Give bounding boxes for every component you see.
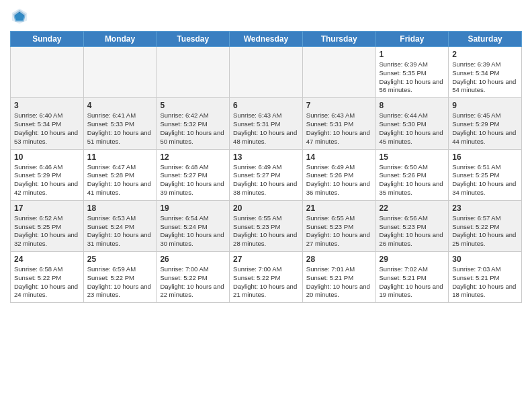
calendar-day-cell: 22Sunrise: 6:56 AM Sunset: 5:23 PM Dayli…	[375, 200, 449, 251]
day-info: Sunrise: 6:41 AM Sunset: 5:33 PM Dayligh…	[87, 111, 153, 146]
day-info: Sunrise: 6:55 AM Sunset: 5:23 PM Dayligh…	[306, 214, 372, 248]
day-number: 8	[380, 101, 445, 110]
day-info: Sunrise: 6:44 AM Sunset: 5:30 PM Dayligh…	[380, 111, 445, 146]
calendar-day-cell: 6Sunrise: 6:43 AM Sunset: 5:31 PM Daylig…	[230, 98, 303, 149]
day-number: 1	[380, 50, 445, 59]
calendar-day-cell: 30Sunrise: 7:03 AM Sunset: 5:21 PM Dayli…	[449, 252, 522, 303]
calendar-week-row: 17Sunrise: 6:52 AM Sunset: 5:25 PM Dayli…	[11, 200, 522, 251]
day-number: 5	[160, 101, 226, 110]
calendar-day-cell: 10Sunrise: 6:46 AM Sunset: 5:29 PM Dayli…	[11, 149, 84, 200]
day-info: Sunrise: 6:54 AM Sunset: 5:24 PM Dayligh…	[160, 214, 226, 248]
day-number: 14	[306, 152, 372, 162]
calendar-day-cell: 29Sunrise: 7:02 AM Sunset: 5:21 PM Dayli…	[375, 252, 449, 303]
day-number: 15	[380, 152, 445, 162]
calendar-day-cell: 25Sunrise: 6:59 AM Sunset: 5:22 PM Dayli…	[83, 252, 157, 303]
calendar-day-cell: 24Sunrise: 6:58 AM Sunset: 5:22 PM Dayli…	[11, 252, 84, 303]
calendar-day-cell: 13Sunrise: 6:49 AM Sunset: 5:27 PM Dayli…	[230, 149, 303, 200]
day-info: Sunrise: 6:39 AM Sunset: 5:34 PM Dayligh…	[452, 60, 518, 95]
day-number: 28	[306, 255, 372, 264]
day-info: Sunrise: 6:57 AM Sunset: 5:22 PM Dayligh…	[452, 214, 518, 248]
day-info: Sunrise: 6:45 AM Sunset: 5:29 PM Dayligh…	[452, 111, 518, 146]
calendar-day-cell: 15Sunrise: 6:50 AM Sunset: 5:26 PM Dayli…	[375, 149, 449, 200]
calendar-day-cell	[11, 47, 84, 98]
calendar-day-cell: 20Sunrise: 6:55 AM Sunset: 5:23 PM Dayli…	[230, 200, 303, 251]
day-info: Sunrise: 6:58 AM Sunset: 5:22 PM Dayligh…	[14, 265, 80, 300]
logo	[10, 7, 32, 26]
day-info: Sunrise: 6:56 AM Sunset: 5:23 PM Dayligh…	[380, 214, 445, 248]
weekday-header: Friday	[375, 32, 449, 47]
weekday-header: Thursday	[302, 32, 375, 47]
day-number: 13	[233, 152, 299, 162]
day-number: 25	[87, 255, 153, 264]
day-number: 10	[14, 152, 80, 162]
calendar-day-cell: 17Sunrise: 6:52 AM Sunset: 5:25 PM Dayli…	[11, 200, 84, 251]
day-number: 20	[233, 203, 299, 213]
calendar-week-row: 24Sunrise: 6:58 AM Sunset: 5:22 PM Dayli…	[11, 252, 522, 303]
weekday-header: Wednesday	[230, 32, 303, 47]
day-number: 16	[452, 152, 518, 162]
day-info: Sunrise: 6:51 AM Sunset: 5:25 PM Dayligh…	[452, 163, 518, 197]
day-number: 2	[452, 50, 518, 59]
calendar-day-cell: 8Sunrise: 6:44 AM Sunset: 5:30 PM Daylig…	[375, 98, 449, 149]
page-container: SundayMondayTuesdayWednesdayThursdayFrid…	[0, 0, 532, 308]
day-number: 18	[87, 203, 153, 213]
day-info: Sunrise: 6:39 AM Sunset: 5:35 PM Dayligh…	[380, 60, 445, 95]
day-info: Sunrise: 6:48 AM Sunset: 5:27 PM Dayligh…	[160, 163, 226, 197]
calendar-header-row: SundayMondayTuesdayWednesdayThursdayFrid…	[11, 32, 522, 47]
calendar-day-cell	[83, 47, 157, 98]
day-number: 3	[14, 101, 80, 110]
calendar-day-cell	[302, 47, 375, 98]
calendar-day-cell: 26Sunrise: 7:00 AM Sunset: 5:22 PM Dayli…	[157, 252, 230, 303]
day-number: 24	[14, 255, 80, 264]
day-info: Sunrise: 6:53 AM Sunset: 5:24 PM Dayligh…	[87, 214, 153, 248]
day-number: 29	[380, 255, 445, 264]
day-info: Sunrise: 7:02 AM Sunset: 5:21 PM Dayligh…	[380, 265, 445, 300]
day-info: Sunrise: 6:59 AM Sunset: 5:22 PM Dayligh…	[87, 265, 153, 300]
calendar-day-cell: 5Sunrise: 6:42 AM Sunset: 5:32 PM Daylig…	[157, 98, 230, 149]
day-info: Sunrise: 6:42 AM Sunset: 5:32 PM Dayligh…	[160, 111, 226, 146]
calendar-day-cell	[157, 47, 230, 98]
page-header	[10, 7, 522, 26]
day-info: Sunrise: 6:46 AM Sunset: 5:29 PM Dayligh…	[14, 163, 80, 197]
calendar-day-cell: 18Sunrise: 6:53 AM Sunset: 5:24 PM Dayli…	[83, 200, 157, 251]
calendar-day-cell: 23Sunrise: 6:57 AM Sunset: 5:22 PM Dayli…	[449, 200, 522, 251]
day-info: Sunrise: 6:55 AM Sunset: 5:23 PM Dayligh…	[233, 214, 299, 248]
day-number: 11	[87, 152, 153, 162]
day-number: 27	[233, 255, 299, 264]
day-info: Sunrise: 7:03 AM Sunset: 5:21 PM Dayligh…	[452, 265, 518, 300]
calendar-day-cell: 2Sunrise: 6:39 AM Sunset: 5:34 PM Daylig…	[449, 47, 522, 98]
calendar-day-cell: 28Sunrise: 7:01 AM Sunset: 5:21 PM Dayli…	[302, 252, 375, 303]
day-number: 6	[233, 101, 299, 110]
calendar-day-cell: 9Sunrise: 6:45 AM Sunset: 5:29 PM Daylig…	[449, 98, 522, 149]
calendar-week-row: 1Sunrise: 6:39 AM Sunset: 5:35 PM Daylig…	[11, 47, 522, 98]
day-number: 21	[306, 203, 372, 213]
day-info: Sunrise: 6:43 AM Sunset: 5:31 PM Dayligh…	[233, 111, 299, 146]
day-info: Sunrise: 7:00 AM Sunset: 5:22 PM Dayligh…	[160, 265, 226, 300]
weekday-header: Sunday	[11, 32, 84, 47]
calendar-day-cell: 3Sunrise: 6:40 AM Sunset: 5:34 PM Daylig…	[11, 98, 84, 149]
day-number: 30	[452, 255, 518, 264]
day-info: Sunrise: 6:40 AM Sunset: 5:34 PM Dayligh…	[14, 111, 80, 146]
day-info: Sunrise: 6:49 AM Sunset: 5:26 PM Dayligh…	[306, 163, 372, 197]
calendar-day-cell: 14Sunrise: 6:49 AM Sunset: 5:26 PM Dayli…	[302, 149, 375, 200]
day-number: 7	[306, 101, 372, 110]
day-info: Sunrise: 6:47 AM Sunset: 5:28 PM Dayligh…	[87, 163, 153, 197]
calendar-day-cell: 19Sunrise: 6:54 AM Sunset: 5:24 PM Dayli…	[157, 200, 230, 251]
calendar-table: SundayMondayTuesdayWednesdayThursdayFrid…	[10, 31, 522, 303]
day-number: 17	[14, 203, 80, 213]
day-number: 19	[160, 203, 226, 213]
day-number: 23	[452, 203, 518, 213]
calendar-day-cell: 1Sunrise: 6:39 AM Sunset: 5:35 PM Daylig…	[375, 47, 449, 98]
calendar-day-cell: 16Sunrise: 6:51 AM Sunset: 5:25 PM Dayli…	[449, 149, 522, 200]
calendar-day-cell: 12Sunrise: 6:48 AM Sunset: 5:27 PM Dayli…	[157, 149, 230, 200]
calendar-day-cell: 27Sunrise: 7:00 AM Sunset: 5:22 PM Dayli…	[230, 252, 303, 303]
calendar-week-row: 10Sunrise: 6:46 AM Sunset: 5:29 PM Dayli…	[11, 149, 522, 200]
weekday-header: Tuesday	[157, 32, 230, 47]
day-info: Sunrise: 6:52 AM Sunset: 5:25 PM Dayligh…	[14, 214, 80, 248]
calendar-day-cell	[230, 47, 303, 98]
calendar-day-cell: 21Sunrise: 6:55 AM Sunset: 5:23 PM Dayli…	[302, 200, 375, 251]
day-number: 9	[452, 101, 518, 110]
day-number: 4	[87, 101, 153, 110]
day-info: Sunrise: 6:49 AM Sunset: 5:27 PM Dayligh…	[233, 163, 299, 197]
logo-icon	[10, 7, 29, 26]
